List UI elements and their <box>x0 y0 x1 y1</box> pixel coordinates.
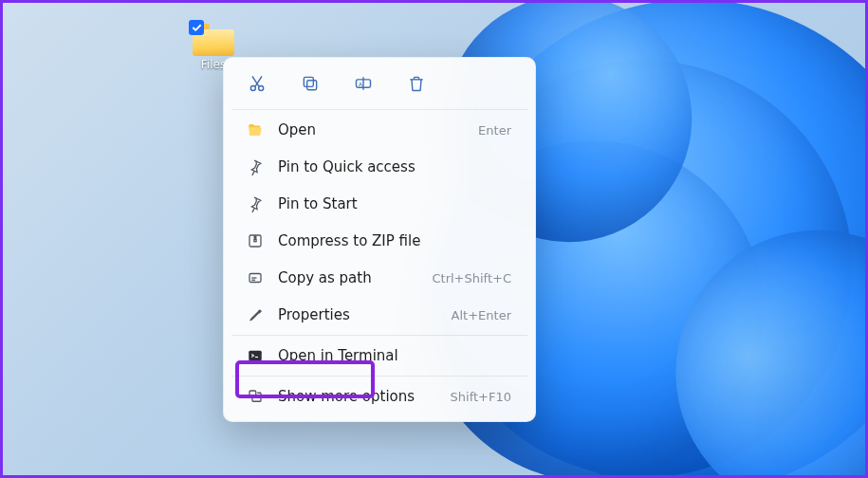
delete-icon <box>407 74 426 93</box>
menu-item-shortcut: Shift+F10 <box>451 390 511 404</box>
svg-rect-7 <box>254 240 256 242</box>
properties-icon <box>246 305 265 324</box>
menu-item-label: Show more options <box>278 388 437 405</box>
menu-item-label: Pin to Quick access <box>278 158 498 175</box>
copy-icon <box>301 74 320 93</box>
pin-icon <box>246 194 265 213</box>
context-menu: A Open Enter Pin to Quick access Pin to … <box>223 57 536 422</box>
menu-item-label: Copy as path <box>278 269 418 286</box>
copy-button[interactable] <box>298 71 323 96</box>
cut-icon <box>248 74 267 93</box>
menu-item-open-terminal[interactable]: Open in Terminal <box>229 338 530 374</box>
zip-icon <box>246 231 265 250</box>
menu-item-pin-quick-access[interactable]: Pin to Quick access <box>229 149 530 185</box>
context-menu-toolbar: A <box>224 58 535 107</box>
separator <box>231 376 527 377</box>
menu-item-label: Open in Terminal <box>278 347 498 364</box>
separator <box>231 109 527 110</box>
menu-item-shortcut: Ctrl+Shift+C <box>432 271 511 285</box>
copy-path-icon <box>246 268 265 287</box>
checkbox-selected-icon <box>189 20 204 35</box>
rename-button[interactable]: A <box>351 71 376 96</box>
cut-button[interactable] <box>245 71 269 96</box>
menu-item-properties[interactable]: Properties Alt+Enter <box>229 297 530 333</box>
svg-rect-9 <box>249 351 262 361</box>
menu-item-shortcut: Enter <box>478 123 511 138</box>
svg-rect-10 <box>249 391 256 397</box>
terminal-icon <box>246 346 265 365</box>
svg-rect-2 <box>307 81 317 90</box>
more-options-icon <box>246 387 265 406</box>
menu-item-shortcut: Alt+Enter <box>452 308 511 322</box>
svg-text:A: A <box>359 82 362 87</box>
svg-point-1 <box>259 86 264 91</box>
folder-open-icon <box>246 120 265 139</box>
menu-item-compress-zip[interactable]: Compress to ZIP file <box>229 223 530 259</box>
delete-button[interactable] <box>404 71 429 96</box>
menu-item-label: Properties <box>278 306 438 323</box>
svg-rect-3 <box>304 77 313 86</box>
svg-point-0 <box>250 86 255 91</box>
folder-icon <box>193 24 234 56</box>
menu-item-open[interactable]: Open Enter <box>229 112 530 148</box>
menu-item-pin-start[interactable]: Pin to Start <box>229 186 530 222</box>
menu-item-label: Open <box>278 121 465 138</box>
menu-item-label: Pin to Start <box>278 195 498 212</box>
pin-icon <box>246 157 265 176</box>
menu-item-copy-as-path[interactable]: Copy as path Ctrl+Shift+C <box>229 260 530 296</box>
rename-icon: A <box>354 74 373 93</box>
menu-item-label: Compress to ZIP file <box>278 232 498 249</box>
separator <box>231 335 527 336</box>
menu-item-show-more-options[interactable]: Show more options Shift+F10 <box>229 378 530 414</box>
